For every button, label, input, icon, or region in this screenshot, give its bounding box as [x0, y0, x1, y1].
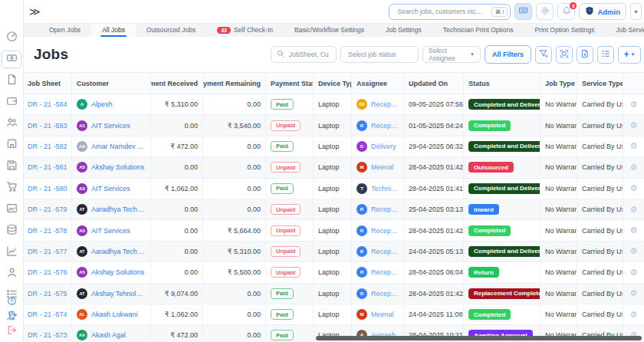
tab-job-settings[interactable]: Job Settings [375, 23, 432, 37]
purchase-cart-icon [6, 181, 18, 196]
sidebar-item-mobile-app[interactable] [2, 310, 21, 324]
gear-icon[interactable]: ⚙ [630, 184, 638, 192]
tab-open-jobs[interactable]: Open Jobs [38, 23, 91, 37]
assignee-link[interactable]: Meenal [371, 311, 394, 318]
gear-icon[interactable]: ⚙ [630, 142, 638, 150]
sidebar-item-support-person[interactable] [2, 265, 21, 283]
customer-link[interactable]: AIT Services [91, 185, 130, 192]
job-sheet-link[interactable]: DR - 21 -583 [28, 122, 67, 130]
job-sheet-link[interactable]: DR - 21 -573 [28, 331, 67, 339]
chevron-down-icon: ▼ [631, 52, 636, 57]
notifications-button[interactable]: 8 [557, 3, 575, 20]
job-sheet-link[interactable]: DR - 21 -575 [28, 290, 67, 298]
job-sheet-link[interactable]: DR - 21 -578 [28, 227, 67, 235]
cell-payment-remaining: 0.00 [203, 199, 266, 219]
tab-print-option-settings[interactable]: Print Option Settings [524, 23, 605, 37]
assignee-link[interactable]: Reception [371, 268, 399, 276]
assignee-link[interactable]: Reception [371, 248, 399, 255]
tab-self-check-in[interactable]: 33Self Check-In [206, 23, 284, 37]
tab-all-jobs[interactable]: All Jobs [91, 23, 136, 37]
tab-outsourced-jobs[interactable]: Outsourced Jobs [136, 23, 206, 37]
sidebar-item-purchase-cart[interactable] [2, 179, 21, 197]
clear-filters-button[interactable] [535, 46, 552, 64]
customer-link[interactable]: Akash Lokwani [91, 311, 138, 318]
sidebar-item-backup[interactable] [2, 158, 21, 176]
sidebar-expand-icon[interactable]: ≫ [29, 6, 41, 17]
cell-updated-on: 25-04-2025 03:13 PM [404, 199, 464, 219]
job-sheet-link[interactable]: DR - 21 -581 [28, 163, 67, 171]
column-settings-button[interactable] [597, 46, 614, 64]
assignee-link[interactable]: Reception - 2 [371, 100, 399, 108]
job-sheet-link[interactable]: DR - 21 -579 [28, 206, 67, 213]
global-search-box[interactable]: ⌘ / [389, 4, 511, 20]
assignee-link[interactable]: Reception [371, 227, 399, 235]
assignee-link[interactable]: Reception [371, 290, 399, 298]
customer-link[interactable]: Akshay Solutions [91, 163, 144, 171]
jobsheet-search-box[interactable] [271, 46, 337, 63]
assignee-link[interactable]: Reception [371, 122, 399, 130]
job-sheet-link[interactable]: DR - 21 -574 [28, 311, 67, 318]
sidebar-item-wallet[interactable] [2, 94, 21, 111]
cell-customer: ATAkshay Tehnologies [72, 284, 151, 304]
gear-icon[interactable]: ⚙ [630, 311, 638, 319]
job-sheet-link[interactable]: DR - 21 -580 [28, 185, 67, 192]
job-sheet-link[interactable]: DR - 21 -584 [28, 100, 67, 108]
gear-icon[interactable]: ⚙ [630, 247, 638, 255]
customer-link[interactable]: Akshay Tehnologies [91, 290, 146, 298]
job-status-input[interactable] [347, 50, 412, 59]
gear-icon[interactable]: ⚙ [630, 121, 638, 130]
assignee-filter-select[interactable]: Select Assignee ▼ [422, 46, 481, 63]
all-filters-button[interactable]: All Filters [485, 45, 531, 64]
customer-link[interactable]: Alpesh [91, 100, 113, 108]
sidebar-item-database[interactable] [2, 222, 21, 240]
sidebar-item-store[interactable] [2, 136, 21, 154]
scan-button[interactable] [556, 46, 573, 64]
sidebar-item-documents[interactable] [2, 72, 21, 90]
gear-icon[interactable]: ⚙ [630, 289, 638, 298]
status-badge: Inward [468, 204, 499, 215]
sidebar-item-customers[interactable] [2, 115, 21, 133]
gear-icon[interactable]: ⚙ [630, 206, 638, 214]
customer-avatar: AS [77, 267, 87, 278]
customer-link[interactable]: Aaradhya Technologies [91, 206, 146, 213]
customer-link[interactable]: Akshay Solutions [91, 268, 144, 276]
tab-basic-workflow-settings[interactable]: Basic/Workflow Settings [284, 23, 375, 37]
customer-link[interactable]: AIT Services [91, 227, 130, 235]
job-sheet-link[interactable]: DR - 21 -577 [28, 248, 67, 255]
sidebar-item-jobs[interactable] [2, 51, 21, 68]
job-sheet-link[interactable]: DR - 21 -576 [28, 268, 67, 276]
theme-toggle-button[interactable] [536, 3, 554, 20]
sidebar-item-help[interactable] [2, 295, 21, 309]
sidebar-item-analytics[interactable] [2, 244, 21, 261]
gear-icon[interactable]: ⚙ [630, 163, 638, 172]
cell-assignee: TTechnician [352, 179, 404, 199]
export-document-button[interactable] [577, 46, 593, 64]
customer-link[interactable]: AIT Services [91, 122, 130, 130]
gear-icon[interactable]: ⚙ [630, 100, 638, 109]
global-search-input[interactable] [396, 7, 488, 16]
customer-link[interactable]: Akash Agal [91, 331, 126, 339]
assignee-link[interactable]: Technician [371, 185, 399, 192]
cell-payment-received: 0.00 [151, 242, 203, 261]
keyboard-shortcuts-button[interactable] [514, 3, 532, 20]
jobsheet-search-input[interactable] [288, 50, 330, 59]
add-job-button[interactable]: + ▼ [618, 46, 641, 64]
admin-chevron-button[interactable]: ▼ [630, 3, 642, 20]
job-sheet-link[interactable]: DR - 21 -582 [28, 143, 67, 150]
sidebar-item-dashboard[interactable] [2, 29, 21, 47]
gear-icon[interactable]: ⚙ [630, 226, 638, 235]
gear-icon[interactable]: ⚙ [630, 268, 638, 277]
tab-technician-print-options[interactable]: Technician Print Options [432, 23, 524, 37]
tab-job-service-option[interactable]: Job Service Option [605, 23, 644, 37]
assignee-link[interactable]: Meenal [371, 163, 394, 171]
admin-menu-button[interactable]: Admin [579, 3, 626, 20]
customer-link[interactable]: Amar Namdev Aaragi [91, 143, 146, 150]
sidebar-item-logout[interactable] [2, 324, 21, 338]
job-status-filter[interactable] [340, 46, 419, 63]
customer-link[interactable]: Aaradhya Technologies [91, 248, 146, 255]
sidebar-item-media-report[interactable] [2, 201, 21, 219]
horizontal-scrollbar[interactable] [316, 336, 642, 340]
assignee-link[interactable]: Reception [371, 206, 399, 213]
column-header-device-type: Device Type [314, 73, 352, 94]
assignee-link[interactable]: Delivery [371, 143, 396, 150]
